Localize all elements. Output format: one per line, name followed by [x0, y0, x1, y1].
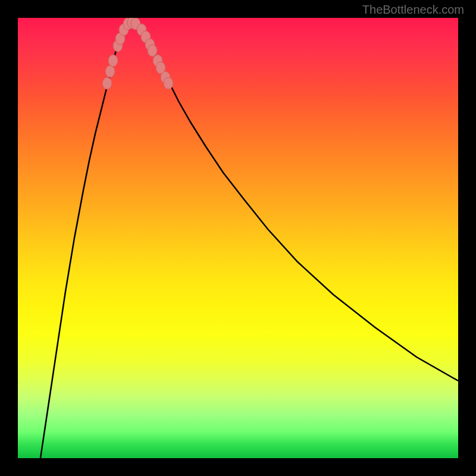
chart-svg — [18, 18, 458, 458]
data-marker — [148, 45, 157, 57]
data-marker — [105, 65, 115, 77]
right-curve-line — [131, 22, 458, 381]
data-markers — [102, 18, 173, 89]
data-marker — [164, 77, 173, 89]
data-marker — [102, 77, 112, 89]
data-marker — [108, 55, 118, 67]
watermark-text: TheBottleneck.com — [362, 3, 464, 17]
left-curve-line — [40, 22, 131, 458]
chart-plot-area — [18, 18, 458, 458]
